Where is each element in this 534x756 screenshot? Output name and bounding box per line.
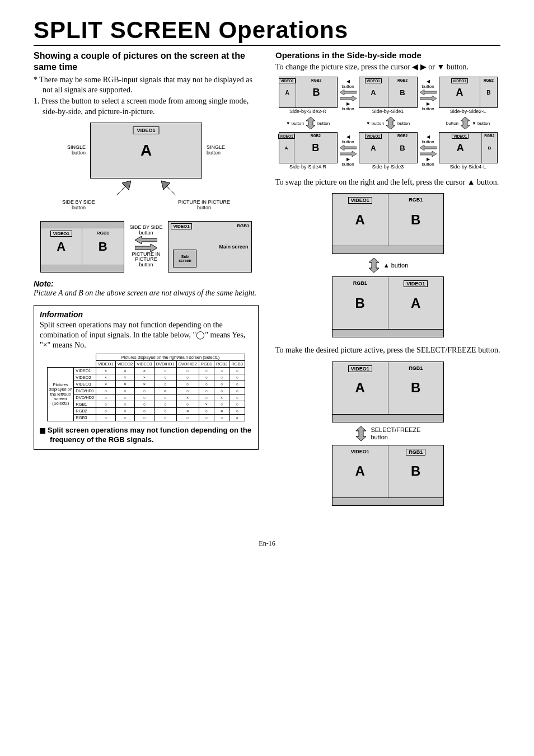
swap-a2: A (411, 295, 420, 311)
arrow-right-icon (135, 244, 157, 252)
swap-b1: B (411, 212, 420, 228)
table-row: DVD/HD1○○○×○○○○ (48, 388, 245, 395)
mode-cap: Side-by-Side3 (359, 164, 418, 170)
signal-name: DVD/HD1 (74, 388, 96, 395)
tag-v: VIDEO1 (278, 134, 295, 139)
compat-cell: ○ (199, 381, 214, 388)
rgb-note: * There may be some RGB-input signals th… (34, 75, 259, 95)
table-row: RGB2○○○○×○×○ (48, 408, 245, 415)
row-group-header: Pictures displayed on the left/sub scree… (48, 368, 74, 421)
right-p2: To swap the picture on the right and the… (275, 177, 500, 187)
sbs-b: B (99, 240, 107, 254)
swap-diagram: VIDEO1A RGB1B ▲ button RGB1B VIDEO1A (275, 193, 500, 337)
btn-text: button (446, 121, 458, 126)
tag-v: VIDEO1 (365, 134, 382, 139)
updown-arrow-icon (385, 116, 396, 130)
note-body: Picture A and B on the above screen are … (34, 288, 259, 298)
swap-tag2b: VIDEO1 (404, 280, 428, 287)
compat-cell: ○ (229, 395, 245, 401)
page-number: En-16 (34, 539, 500, 548)
compat-cell: ○ (96, 388, 116, 395)
pip-button-label: PICTURE IN PICTURE button (178, 200, 230, 211)
pip-button-label-2: PICTURE IN PICTURE button (132, 252, 160, 269)
tag-r: RGB2 (310, 78, 322, 82)
table-caption: Pictures displayed on the right/main scr… (96, 354, 245, 361)
compat-cell: ○ (176, 401, 199, 408)
right-p1: To change the picture size, press the cu… (275, 62, 500, 72)
updown-arrow-icon (355, 426, 367, 442)
sbs-tag-left: VIDEO1 (50, 231, 72, 237)
btn-text: button (292, 121, 304, 126)
sel-tag1: VIDEO1 (348, 365, 372, 372)
compat-cell: × (96, 374, 116, 381)
compat-cell: ○ (229, 401, 245, 408)
compat-cell: ○ (176, 415, 199, 421)
btn-text: button (421, 140, 434, 144)
table-row: RGB1○○○○○×○○ (48, 401, 245, 408)
compat-cell: × (154, 388, 176, 395)
compat-cell: ○ (176, 368, 199, 374)
sbs2l-box: VIDEO1A RGB2B (439, 77, 498, 108)
compat-cell: ○ (96, 401, 116, 408)
table-row: DVD/HD2○○○○×○×○ (48, 395, 245, 401)
select-freeze-button-label: SELECT/FREEZE button (371, 426, 420, 440)
compat-cell: ○ (176, 381, 199, 388)
tri-right-icon: ▶ (346, 102, 350, 106)
up-button-label: ▲ button (383, 262, 409, 269)
arrow-upright-icon (160, 180, 178, 198)
signal-name: VIDEO1 (74, 368, 96, 374)
compatibility-table: Pictures displayed on the right/main scr… (47, 354, 245, 421)
sbs-pip-pair-diagram: VIDEO1A RGB1B SIDE BY SIDE button PICTUR… (34, 221, 259, 273)
compat-cell: × (115, 374, 135, 381)
sbs4l-box: VIDEO1A RGB2B (439, 132, 498, 163)
sbs1-box: VIDEO1A RGB2B (359, 77, 418, 108)
col-h: VIDEO1 (96, 361, 116, 368)
table-row: VIDEO2×××○○○○○ (48, 374, 245, 381)
sbs4r-box: VIDEO1A RGB2B (279, 132, 338, 163)
left-heading: Showing a couple of pictures on the scre… (34, 50, 259, 73)
compat-cell: ○ (214, 368, 229, 374)
compat-cell: ○ (96, 415, 116, 421)
signal-name: RGB3 (74, 415, 96, 421)
main-screen-label: Main screen (219, 244, 248, 250)
lr-arrow-col: ◀button▶button (340, 79, 357, 111)
compat-cell: ○ (229, 368, 245, 374)
btn-text: button (397, 121, 410, 126)
sel-tag1b: VIDEO1 (349, 449, 372, 454)
page-title: SPLIT SCREEN Operations (34, 17, 500, 46)
step-1: 1. Press the button to select a screen m… (34, 96, 259, 116)
pip-tag-sub: RGB1 (237, 223, 249, 228)
btn-text: button (317, 121, 330, 126)
tri-left-icon: ◀ (427, 135, 430, 139)
compat-cell: ○ (135, 415, 154, 421)
tag-v: VIDEO1 (365, 78, 382, 83)
compat-cell: ○ (154, 368, 176, 374)
tri-left-icon: ◀ (346, 79, 350, 84)
compat-cell: ○ (96, 395, 116, 401)
single-button-right-label: SINGLE button (207, 145, 225, 156)
col-h: VIDEO3 (135, 361, 154, 368)
col-h: DVD/HD2 (176, 361, 199, 368)
btn-text: button (372, 121, 384, 126)
tri-right-icon: ▶ (427, 157, 430, 162)
compat-cell: ○ (199, 415, 214, 421)
letter-a: A (140, 142, 152, 159)
btn-text: button (341, 84, 354, 89)
mode-grid: VIDEO1A RGB2B Side-by-Side2-R ◀button▶bu… (275, 77, 500, 170)
col-h: RGB1 (199, 361, 214, 368)
col-h: RGB2 (214, 361, 229, 368)
tag-r: RGB2 (396, 134, 409, 138)
compat-cell: ○ (199, 408, 214, 415)
note-heading: Note: (34, 279, 259, 288)
updown-arrow-icon (368, 257, 380, 273)
sbs-box: VIDEO1A RGB1B (40, 221, 124, 273)
compat-cell: × (115, 368, 135, 374)
compat-cell: × (176, 408, 199, 415)
mode-cap: Side-by-Side2-R (279, 109, 338, 114)
sbs-a: A (57, 240, 65, 254)
swap-tag2: RGB1 (406, 197, 425, 203)
single-screen-box: VIDEO1 A (90, 123, 202, 179)
swap-a1: A (355, 212, 365, 228)
compat-cell: ○ (229, 381, 245, 388)
tri-right-icon: ▶ (346, 157, 350, 162)
